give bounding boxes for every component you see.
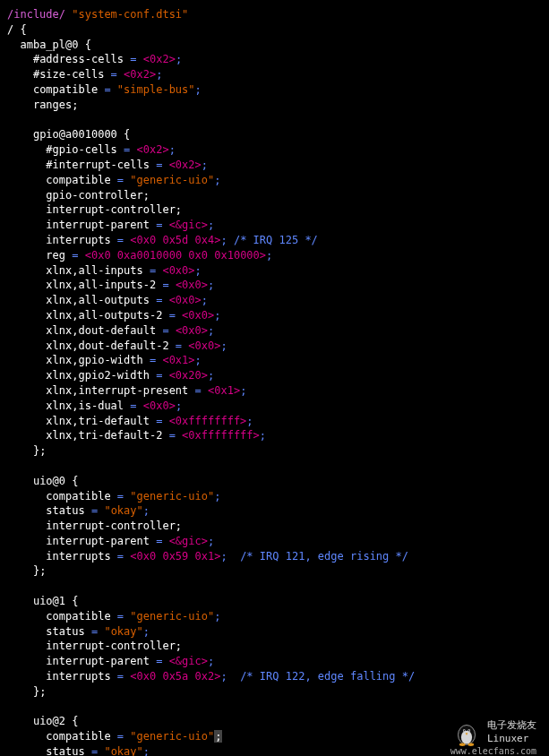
svg-point-5 (468, 730, 469, 731)
cursor: ; (214, 730, 222, 743)
include-directive: /include/ (7, 8, 65, 21)
watermark-url: www.elecfans.com (450, 745, 536, 756)
code-block: /include/ "system-conf.dtsi" / { amba_pl… (7, 7, 542, 756)
svg-point-1 (461, 731, 472, 744)
svg-point-4 (464, 730, 465, 731)
watermark-text-1: 电子发烧友 (487, 718, 536, 732)
watermark: 电子发烧友 Linuxer (451, 717, 536, 747)
watermark-text-2: Linuxer (487, 732, 536, 745)
penguin-icon (451, 717, 482, 747)
